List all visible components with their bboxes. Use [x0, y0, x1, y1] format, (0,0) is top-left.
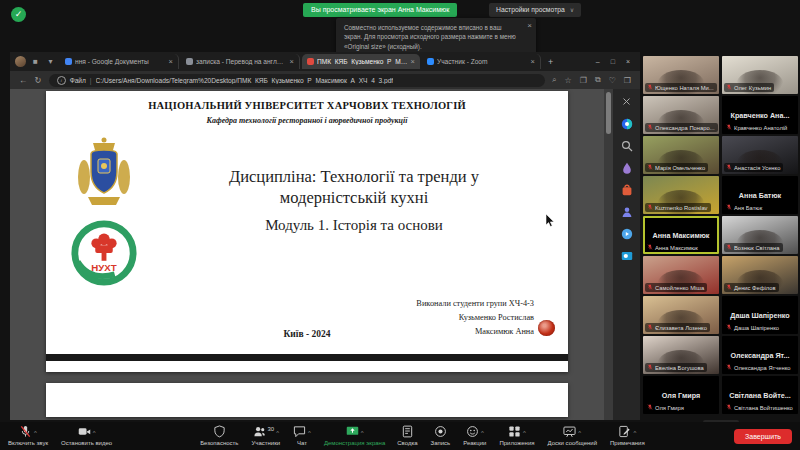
chevron-up-icon[interactable]: ^ — [481, 430, 484, 436]
outlook-icon[interactable] — [620, 249, 633, 262]
participant-tile[interactable]: Анастасія Усенко — [722, 136, 798, 174]
toolbar-share-screen-button[interactable]: ^Демонстрация экрана — [324, 426, 385, 446]
participant-name-text: Аня Батюк — [734, 205, 762, 211]
tab-close-icon[interactable]: × — [531, 57, 535, 66]
participant-name-label: Аня Батюк — [724, 203, 765, 212]
participant-name-label: Анастасія Усенко — [724, 163, 783, 172]
chevron-up-icon[interactable]: ^ — [523, 430, 526, 436]
mic-muted-icon — [647, 324, 653, 331]
whiteboard-icon — [563, 424, 576, 442]
slide-author-1: Кузьменко Ростислав — [416, 311, 534, 325]
video-icon[interactable] — [620, 227, 633, 240]
end-meeting-button[interactable]: Завершить — [734, 429, 792, 444]
url-scheme-label: Файл — [70, 77, 86, 84]
toolbar-mic-muted-button[interactable]: ^Включить звук — [8, 426, 48, 446]
participant-tile[interactable]: Оля ГмиряОля Гмиря — [643, 376, 719, 414]
drop-icon[interactable] — [620, 161, 633, 174]
toolbar-button-label: Приложения — [499, 440, 534, 446]
participant-tile[interactable]: Самойленко Міша — [643, 256, 719, 294]
people-icon[interactable] — [620, 205, 633, 218]
toolbar-summary-button[interactable]: Сводка — [397, 426, 417, 446]
copilot-icon[interactable] — [620, 117, 633, 130]
chevron-up-icon[interactable]: ^ — [93, 430, 96, 436]
pdf-scrollbar[interactable] — [604, 89, 613, 420]
view-settings-button[interactable]: Настройки просмотра ∨ — [489, 3, 581, 17]
shopping-icon[interactable] — [620, 183, 633, 196]
tooltip-close-icon[interactable]: × — [527, 20, 532, 32]
apps-icon — [508, 424, 521, 442]
participant-tile[interactable]: Олександра Ят...Олександра Ятченко — [722, 336, 798, 374]
participant-tile[interactable]: Вознюк Світлана — [722, 216, 798, 254]
window-minimize-button[interactable]: – — [596, 58, 600, 65]
split-screen-icon[interactable]: ❐ — [580, 76, 587, 85]
chevron-up-icon[interactable]: ^ — [633, 430, 636, 436]
toolbar-apps-button[interactable]: ^Приложения — [499, 426, 534, 446]
window-close-button[interactable]: × — [626, 58, 630, 65]
mouse-cursor — [545, 214, 555, 228]
workspaces-icon[interactable]: ■ — [30, 57, 41, 66]
participant-tile[interactable]: Світлана Войте...Світлана Войтишенко — [722, 376, 798, 414]
search-icon[interactable] — [620, 139, 633, 152]
browser-essentials-icon[interactable]: ♡ — [609, 76, 616, 85]
toolbar-reactions-button[interactable]: ^Реакции — [463, 426, 486, 446]
participant-tile[interactable]: Кравченко Ана...Кравченко Анатолій — [722, 96, 798, 134]
browser-tab-pdf[interactable]: ПМК_КЯБ_Кузьменко_Р_Макс× — [302, 54, 420, 69]
refresh-icon[interactable]: ↻ — [35, 75, 42, 85]
participant-tile[interactable]: Kuzmenko Rostislav — [643, 176, 719, 214]
browser-tab-translate[interactable]: записка - Перевод на английский× — [181, 54, 300, 69]
toolbar-camera-button[interactable]: ^Остановить видео — [61, 426, 112, 446]
toolbar-record-button[interactable]: Запись — [431, 426, 451, 446]
chat-icon — [293, 424, 306, 442]
sidebar-close-icon[interactable] — [620, 95, 633, 108]
chevron-up-icon[interactable]: ^ — [578, 430, 581, 436]
toolbar-shield-button[interactable]: Безопасность — [200, 426, 238, 446]
participant-name-label: Евеліна Богушова — [645, 363, 707, 372]
toolbar-notes-button[interactable]: ^Примечания — [610, 426, 645, 446]
back-icon[interactable]: ← — [19, 75, 28, 85]
participant-tile[interactable]: Евеліна Богушова — [643, 336, 719, 374]
participant-tile[interactable]: Даша ШапіренкоДаша Шапіренко — [722, 296, 798, 334]
pdf-scrollbar-thumb[interactable] — [606, 92, 611, 134]
participant-tile[interactable]: Анна МаксимюкАнна Максимюк — [643, 216, 719, 254]
tab-actions-icon[interactable]: ▾ — [45, 57, 56, 66]
extensions-icon[interactable]: ❒ — [624, 76, 631, 85]
url-field[interactable]: i Файл | C:/Users/Аня/Downloads/Telegram… — [49, 74, 545, 87]
tab-close-icon[interactable]: × — [290, 57, 294, 66]
chevron-up-icon[interactable]: ^ — [34, 430, 37, 436]
chevron-up-icon[interactable]: ^ — [361, 430, 364, 436]
toolbar-chat-button[interactable]: ^Чат — [293, 426, 311, 446]
participant-tile[interactable]: Єлизавета Лозенко — [643, 296, 719, 334]
mic-muted-icon — [726, 244, 732, 251]
chevron-up-icon[interactable]: ^ — [308, 430, 311, 436]
browser-tab-google-docs[interactable]: ння - Google Документы× — [60, 54, 179, 69]
toolbar-whiteboard-button[interactable]: ^Доски сообщений — [548, 426, 598, 446]
pdf-viewer[interactable]: НАЦІОНАЛЬНИЙ УНІВЕРСИТЕТ ХАРЧОВИХ ТЕХНОЛ… — [10, 89, 604, 420]
new-tab-button[interactable]: + — [548, 57, 553, 67]
collections-icon[interactable]: ⧉ — [595, 75, 601, 85]
tab-close-icon[interactable]: × — [411, 57, 415, 66]
window-maximize-button[interactable]: □ — [611, 58, 615, 65]
participant-tile[interactable]: Денис Фефілов — [722, 256, 798, 294]
participant-tile[interactable]: Марія Омельченко — [643, 136, 719, 174]
participant-tile[interactable]: Олександра Понаро... — [643, 96, 719, 134]
browser-profile-avatar[interactable] — [15, 56, 26, 67]
participants-panel: Ющенко Наталя Ми...Олег КузьминОлександр… — [643, 56, 799, 422]
slide-page-2-partial — [46, 383, 568, 417]
participant-tile[interactable]: Ющенко Наталя Ми... — [643, 56, 719, 94]
participant-name-label: Самойленко Міша — [645, 283, 707, 292]
participant-tile[interactable]: Олег Кузьмин — [722, 56, 798, 94]
tab-close-icon[interactable]: × — [169, 57, 173, 66]
slide-title: Дисципліна: Технології та тренди у модер… — [204, 167, 504, 208]
participant-name-text: Самойленко Міша — [655, 285, 704, 291]
participant-tile[interactable]: Анна БатюкАня Батюк — [722, 176, 798, 214]
chevron-up-icon[interactable]: ^ — [276, 430, 279, 436]
mic-muted-icon — [726, 404, 732, 411]
browser-tab-zoom[interactable]: Участник - Zoom× — [422, 54, 541, 69]
toolbar-participants-button[interactable]: 30^Участники — [251, 426, 280, 446]
participant-name-label: Олег Кузьмин — [724, 83, 774, 92]
zoom-page-icon[interactable]: ⌕ — [552, 75, 556, 85]
page-info-icon[interactable]: i — [57, 76, 66, 85]
google-docs-favicon-icon — [65, 58, 72, 65]
favorites-star-icon[interactable]: ☆ — [565, 76, 572, 85]
participants-icon — [253, 424, 266, 442]
